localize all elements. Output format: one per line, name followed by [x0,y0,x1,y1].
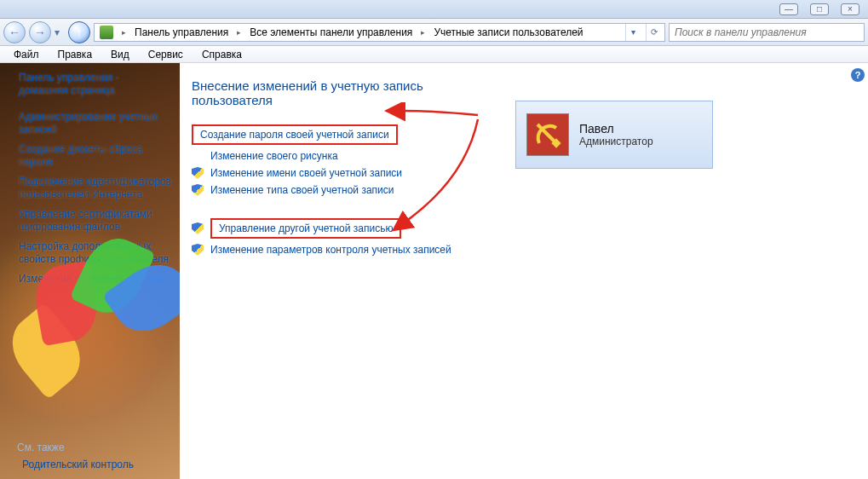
breadcrumb-sep: ▸ [417,28,428,37]
action-link-label: Изменение параметров контроля учетных за… [210,244,451,256]
action-create-password[interactable]: Создание пароля своей учетной записи [192,124,481,145]
sidebar-item-env[interactable]: Изменение переменных среды [19,273,173,286]
back-button[interactable]: ← [3,21,26,43]
help-icon[interactable]: ? [851,68,865,82]
forward-button[interactable]: → [29,21,51,43]
actions-column: Внесение изменений в учетную запись поль… [192,78,481,470]
breadcrumb[interactable]: Учетные записи пользователей [434,26,583,38]
address-dropdown[interactable]: ▾ [625,24,641,41]
menu-view[interactable]: Вид [102,47,138,62]
history-dropdown[interactable]: ▾ [55,26,65,38]
sidebar-item-admin[interactable]: Администрирование учетных записей [19,111,173,136]
search-input[interactable] [675,26,859,38]
search-box[interactable] [669,23,865,42]
breadcrumb-sep: ▸ [118,28,129,37]
action-manage-other[interactable]: Управление другой учетной записью [192,218,481,239]
action-group-1: Создание пароля своей учетной записи Изм… [192,124,481,196]
action-change-name[interactable]: Изменение имени своей учетной записи [192,167,481,179]
user-name: Павел [579,122,653,136]
breadcrumb[interactable]: Панель управления [135,26,228,38]
address-bar[interactable]: ▸ Панель управления ▸ Все элементы панел… [94,23,665,42]
shield-icon [192,222,204,234]
action-link-label: Изменение своего рисунка [210,150,338,162]
user-meta: Павел Администратор [579,122,653,147]
user-role: Администратор [579,136,653,147]
refresh-button[interactable]: ⟳ [646,24,661,41]
sidebar-parental-controls[interactable]: Родительский контроль [17,459,134,470]
menu-edit[interactable]: Правка [49,47,101,62]
breadcrumb-sep: ▸ [233,28,244,37]
red-highlight-box: Управление другой учетной записью [210,218,401,239]
minimize-button[interactable]: — [779,3,798,15]
main-area: Панель управления - домашняя страница Ад… [0,63,868,479]
avatar [526,113,569,156]
shield-icon [192,244,204,256]
user-card: Павел Администратор [515,101,713,169]
windows-flag-decoration [34,242,136,413]
close-button[interactable]: × [841,3,859,15]
breadcrumb[interactable]: Все элементы панели управления [250,26,412,38]
action-link-label: Изменение имени своей учетной записи [210,167,402,179]
menu-service[interactable]: Сервис [140,47,192,62]
action-change-uac[interactable]: Изменение параметров контроля учетных за… [192,244,481,256]
up-button[interactable]: ↑ [68,21,90,43]
maximize-button[interactable]: □ [810,3,829,15]
content-pane: ? Внесение изменений в учетную запись по… [180,63,868,479]
menu-help[interactable]: Справка [193,47,250,62]
action-change-type[interactable]: Изменение типа своей учетной записи [192,184,481,196]
sidebar: Панель управления - домашняя страница Ад… [0,63,180,479]
control-panel-icon [100,26,113,39]
page-title: Внесение изменений в учетную запись поль… [192,78,481,107]
shield-icon [192,167,204,179]
background-window-titlebar: — □ × [0,0,868,19]
red-highlight-box: Создание пароля своей учетной записи [192,124,398,145]
hammer-sickle-icon [531,118,565,152]
action-change-picture[interactable]: Изменение своего рисунка [192,150,481,162]
sidebar-footer: См. также Родительский контроль [17,441,134,470]
action-group-2: Управление другой учетной записью Измене… [192,218,481,256]
sidebar-item-home[interactable]: Панель управления - домашняя страница [19,72,173,97]
sidebar-item-certs[interactable]: Управление сертификатами шифрования файл… [19,208,173,234]
shield-icon [192,184,204,196]
sidebar-footer-link-label: Родительский контроль [22,459,134,470]
sidebar-item-online-id[interactable]: Подключение идентификаторов пользователе… [19,176,173,201]
action-link-label: Изменение типа своей учетной записи [210,184,394,196]
navigation-toolbar: ← → ▾ ↑ ▸ Панель управления ▸ Все элемен… [0,19,868,46]
menu-bar: Файл Правка Вид Сервис Справка [0,46,868,63]
sidebar-item-reset-disk[interactable]: Создание дискеты сброса пароля [19,143,173,169]
menu-file[interactable]: Файл [5,47,48,62]
sidebar-footer-header: См. также [17,441,134,453]
user-card-column: Павел Администратор [515,78,713,470]
action-link-label: Создание пароля своей учетной записи [200,129,389,141]
action-link-label: Управление другой учетной записью [219,222,393,234]
sidebar-item-profile[interactable]: Настройка дополнительных свойств профиля… [19,240,173,266]
